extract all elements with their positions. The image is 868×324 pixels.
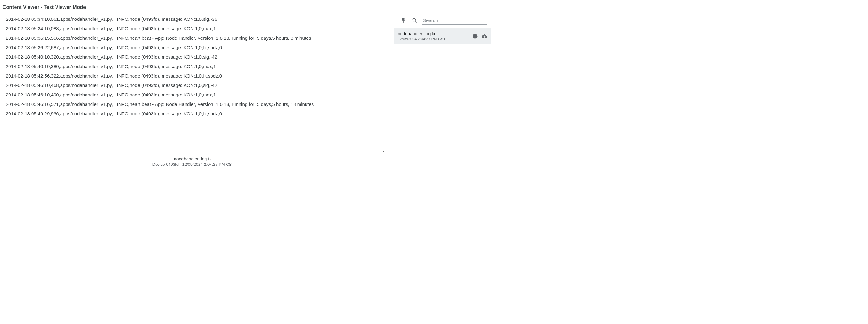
page-title: Content Viewer - Text Viewer Mode [0, 0, 496, 12]
search-input[interactable] [422, 16, 487, 25]
cloud-download-icon[interactable] [482, 33, 487, 39]
file-list-item[interactable]: nodehandler_log.txt 12/05/2024 2:04:27 P… [394, 28, 491, 44]
file-list-empty-area [394, 44, 491, 171]
footer: nodehandler_log.txt Device 0493fd - 12/0… [2, 154, 384, 168]
file-item-name: nodehandler_log.txt [398, 31, 446, 36]
file-item-date: 12/05/2024 2:04:27 PM CST [398, 37, 446, 41]
side-toolbar [394, 13, 491, 28]
pin-icon[interactable] [400, 17, 407, 24]
footer-filename: nodehandler_log.txt [2, 156, 384, 161]
file-side-panel: nodehandler_log.txt 12/05/2024 2:04:27 P… [394, 13, 491, 171]
log-textarea[interactable] [2, 12, 384, 154]
search-icon[interactable] [411, 17, 418, 24]
info-icon[interactable] [472, 33, 478, 39]
footer-meta: Device 0493fd - 12/05/2024 2:04:27 PM CS… [2, 162, 384, 167]
